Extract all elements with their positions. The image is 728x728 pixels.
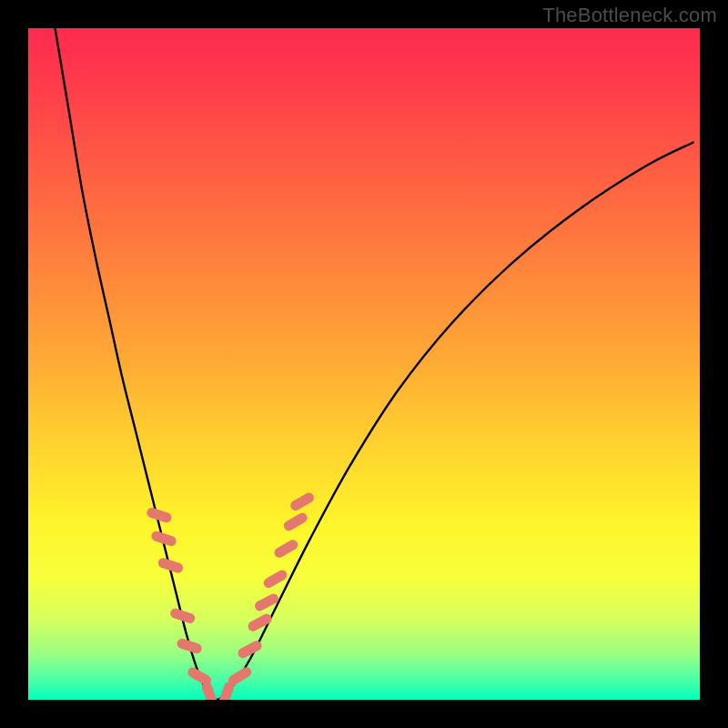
curve-marker [253, 592, 280, 613]
curve-marker [176, 637, 203, 654]
curve-marker [282, 511, 309, 533]
plot-area [28, 28, 700, 700]
curve-marker [237, 639, 264, 660]
curve-marker [288, 491, 316, 513]
chart-frame: TheBottleneck.com [0, 0, 728, 728]
bottleneck-curve [56, 28, 693, 700]
curve-marker [247, 612, 274, 633]
curve-marker [262, 568, 289, 590]
marker-group [146, 491, 316, 700]
curve-marker [227, 665, 254, 687]
curve-layer [28, 28, 700, 700]
watermark-text: TheBottleneck.com [542, 4, 717, 27]
curve-marker [273, 538, 300, 560]
